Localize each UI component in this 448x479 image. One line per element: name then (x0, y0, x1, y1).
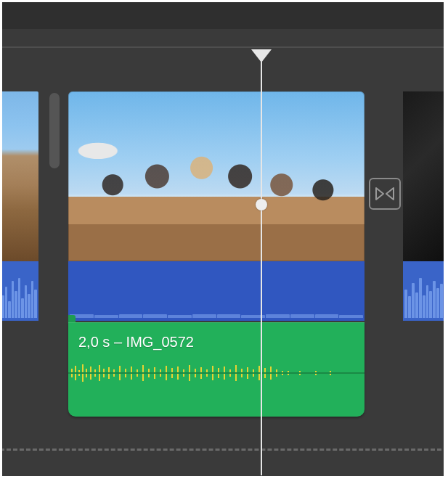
crossfade-icon (375, 187, 395, 201)
timeline-clip-next[interactable] (403, 91, 448, 321)
transition-crossfade[interactable] (369, 178, 401, 210)
audio-connection-handle[interactable] (68, 315, 76, 322)
audio-waveform (68, 359, 364, 388)
audio-waveform (403, 261, 448, 321)
clip-thumbnail[interactable] (403, 91, 448, 261)
playhead-handle[interactable] (256, 199, 267, 210)
crop-edge (444, 0, 448, 479)
timeline-boundary (0, 449, 448, 451)
header-separator (0, 46, 448, 48)
audio-clip-label: 2,0 s – IMG_0572 (78, 334, 194, 351)
vertical-scrollbar[interactable] (49, 93, 60, 168)
audio-waveform (68, 261, 364, 321)
clip-thumbnail[interactable] (68, 91, 364, 261)
audio-waveform (0, 261, 38, 321)
svg-rect-44 (68, 372, 364, 374)
crop-edge (0, 0, 2, 479)
timeline-clip-previous[interactable] (0, 91, 38, 321)
clip-audio-track[interactable] (0, 261, 38, 321)
clip-audio-track[interactable] (68, 261, 364, 321)
playhead-marker[interactable] (251, 49, 272, 62)
crop-edge (0, 0, 448, 2)
crop-edge (0, 476, 448, 479)
attached-audio-clip[interactable]: 2,0 s – IMG_0572 (68, 322, 364, 417)
playhead-line[interactable] (261, 58, 262, 475)
clip-thumbnail[interactable] (0, 91, 38, 261)
clip-audio-track[interactable] (403, 261, 448, 321)
timeline-clip-selected[interactable] (68, 91, 364, 321)
toolbar-area (0, 0, 448, 29)
